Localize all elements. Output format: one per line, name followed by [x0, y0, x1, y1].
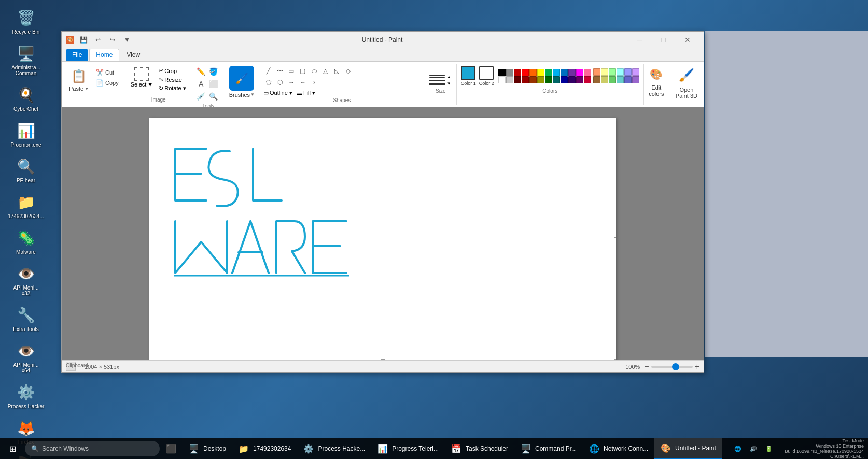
color-green[interactable] — [545, 69, 552, 76]
undo-btn[interactable]: ↩ — [92, 35, 104, 45]
qa-dropdown-btn[interactable]: ▼ — [121, 35, 133, 45]
color-cyan[interactable] — [553, 69, 560, 76]
brushes-group[interactable]: 🖌️ Brushes ▼ — [225, 64, 259, 105]
cut-btn[interactable]: ✂️ Cut — [94, 68, 121, 77]
color-lightcyan[interactable] — [617, 68, 624, 76]
tab-file[interactable]: File — [66, 49, 88, 61]
taskbar-scheduler-btn[interactable]: 📅 Task Scheduler — [445, 438, 514, 459]
rotate-btn[interactable]: ↻ Rotate ▾ — [157, 84, 187, 92]
copy-btn[interactable]: 📄 Copy — [94, 78, 121, 88]
color-lightgray[interactable] — [506, 76, 513, 83]
zoom-out-btn[interactable]: − — [644, 362, 649, 371]
zoom-in-btn[interactable]: + — [695, 362, 699, 371]
color-medblue[interactable] — [624, 76, 632, 83]
text-btn[interactable]: A — [195, 78, 207, 90]
color-khaki[interactable] — [601, 76, 608, 83]
eraser-btn[interactable]: ⬜ — [208, 78, 219, 90]
color-lightgreen[interactable] — [609, 68, 616, 76]
color-crimson[interactable] — [522, 76, 529, 83]
tab-home[interactable]: Home — [89, 49, 119, 61]
color2-swatch[interactable] — [479, 66, 494, 80]
color-darkgreen[interactable] — [545, 76, 552, 83]
color-medpurple[interactable] — [632, 76, 639, 83]
search-box[interactable]: 🔍 — [25, 441, 160, 456]
desktop-icon-process-hacker[interactable]: ⚙️ Process Hacker — [3, 380, 49, 411]
color-medcyan[interactable] — [617, 76, 624, 83]
hexagon-icon[interactable]: ⬡ — [275, 77, 285, 88]
taskbar-cmd-btn[interactable]: 🖥️ Command Pr... — [514, 438, 583, 459]
color-tan[interactable] — [593, 76, 600, 83]
desktop-icon-api32[interactable]: 👁️ API Moni...x32 — [3, 261, 49, 298]
size-lines[interactable] — [429, 75, 445, 85]
taskbar-processhacker-btn[interactable]: ⚙️ Process Hacke... — [297, 438, 371, 459]
desktop-icon-folder[interactable]: 📁 17492302634... — [3, 190, 49, 221]
shapes-arrow-icon[interactable]: › — [309, 77, 319, 88]
color-gray[interactable] — [506, 69, 513, 76]
tray-network[interactable]: 🌐 — [731, 443, 745, 454]
taskbar-desktop-btn[interactable]: 🖥️ Desktop — [183, 438, 232, 459]
open-paint3d-group[interactable]: 🖌️ OpenPaint 3D — [669, 64, 704, 105]
color-orange[interactable] — [529, 69, 537, 76]
resize-btn[interactable]: ⤡ Resize — [157, 76, 187, 83]
color-navy[interactable] — [561, 76, 568, 83]
outline-btn[interactable]: ▭ Outline ▾ — [263, 90, 292, 96]
canvas[interactable] — [149, 118, 616, 360]
taskview-btn[interactable]: ⬛ — [160, 438, 183, 459]
color-purple[interactable] — [568, 69, 576, 76]
paste-btn[interactable]: 📋 Paste ▼ — [66, 66, 92, 94]
edit-colors-group[interactable]: 🎨 Editcolors — [644, 64, 669, 105]
color-indigo[interactable] — [568, 76, 576, 83]
fill-btn[interactable]: 🪣 — [208, 66, 219, 77]
color-lightyellow[interactable] — [601, 68, 608, 76]
color-darkred[interactable] — [514, 69, 521, 76]
maximize-btn[interactable]: □ — [652, 32, 676, 48]
select-btn[interactable]: Select▼ — [130, 66, 154, 89]
tray-volume[interactable]: 🔊 — [747, 443, 760, 454]
zoom-slider[interactable] — [651, 366, 693, 368]
minimize-btn[interactable]: ─ — [628, 32, 652, 48]
redo-btn[interactable]: ↪ — [106, 35, 119, 45]
line-icon[interactable]: ╱ — [263, 66, 274, 76]
fill-btn[interactable]: ▬ Fill ▾ — [297, 90, 315, 96]
pentagon-icon[interactable]: ⬠ — [263, 77, 274, 88]
desktop-icon-cyberchef[interactable]: 🍳 CyberChef — [3, 82, 49, 114]
color-picker-btn[interactable]: 💉 — [195, 91, 207, 102]
color-yellow[interactable] — [537, 69, 544, 76]
crop-btn[interactable]: ✂ Crop — [157, 67, 187, 75]
arrow-right-icon[interactable]: → — [286, 77, 297, 88]
size-down-arrow[interactable]: ▼ — [447, 81, 452, 86]
desktop-icon-api64[interactable]: 👁️ API Moni...x64 — [3, 338, 49, 376]
taskbar-paint-btn[interactable]: 🎨 Untitled - Paint — [654, 438, 722, 459]
color-magenta[interactable] — [576, 69, 583, 76]
pencil-btn[interactable]: ✏️ — [195, 66, 207, 77]
start-button[interactable]: ⊞ — [0, 438, 25, 459]
size-up-arrow[interactable]: ▲ — [447, 75, 452, 79]
magnify-btn[interactable]: 🔍 — [208, 91, 219, 102]
color-violet[interactable] — [576, 76, 583, 83]
taskbar-progress-btn[interactable]: 📊 Progress Teleri... — [371, 438, 445, 459]
color-black[interactable] — [498, 69, 506, 76]
resize-handle-corner[interactable] — [614, 359, 616, 360]
desktop-icon-recycle-bin[interactable]: 🗑️ Recycle Bin — [3, 5, 49, 37]
color-peach[interactable] — [593, 68, 600, 76]
color-red[interactable] — [522, 69, 529, 76]
desktop-icon-extra-tools[interactable]: 🔧 Extra Tools — [3, 303, 49, 334]
tab-view[interactable]: View — [120, 49, 146, 61]
color-pink[interactable] — [584, 69, 591, 76]
resize-handle-bottom[interactable] — [381, 359, 385, 360]
rounded-rect-icon[interactable]: ▢ — [298, 66, 308, 76]
tray-battery[interactable]: 🔋 — [762, 443, 776, 454]
right-triangle-icon[interactable]: ◺ — [332, 66, 342, 76]
resize-handle-right[interactable] — [614, 237, 616, 241]
color-teal[interactable] — [553, 76, 560, 83]
taskbar-files-btn[interactable]: 📁 17492302634 — [232, 438, 297, 459]
ellipse-icon[interactable]: ⬭ — [309, 66, 319, 76]
close-btn[interactable]: ✕ — [676, 32, 699, 48]
desktop-icon-malware[interactable]: 🦠 Malware — [3, 225, 49, 257]
rect-icon[interactable]: ▭ — [286, 66, 297, 76]
color-brown[interactable] — [529, 76, 537, 83]
triangle-icon[interactable]: △ — [320, 66, 331, 76]
color-white[interactable] — [498, 76, 506, 83]
color-lavender[interactable] — [624, 68, 632, 76]
save-quick-btn[interactable]: 💾 — [77, 35, 90, 45]
